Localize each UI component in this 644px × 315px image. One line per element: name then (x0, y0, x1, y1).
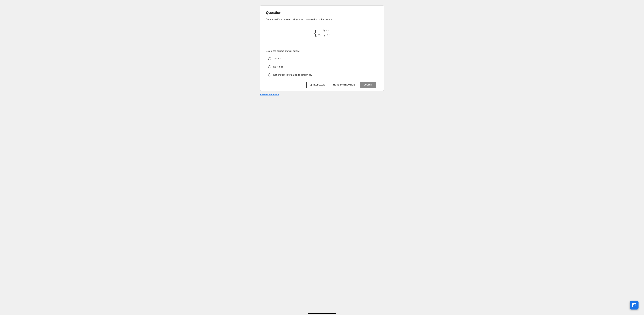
equations: x − 3y ≥ 4 2x − y < 1 (318, 28, 330, 37)
content-attribution[interactable]: Content attribution (260, 94, 384, 96)
question-section: Question Determine if the ordered pair (… (260, 6, 384, 44)
answer-option-b[interactable]: No it isn't. (266, 63, 378, 71)
more-instruction-label: MORE INSTRUCTION (333, 84, 355, 86)
more-instruction-button[interactable]: MORE INSTRUCTION (330, 82, 358, 88)
radio-a[interactable] (268, 57, 271, 60)
feedback-label: FEEDBACK (313, 84, 325, 86)
svg-rect-2 (634, 304, 634, 305)
svg-rect-1 (633, 304, 634, 305)
equation-1: x − 3y ≥ 4 (318, 28, 330, 32)
answer-label-a: Yes it is. (273, 57, 282, 60)
question-text: Determine if the ordered pair (−3, −4) i… (266, 18, 378, 21)
button-row: FEEDBACK MORE INSTRUCTION SUBMIT (266, 79, 378, 91)
question-title: Question (266, 11, 378, 15)
select-prompt: Select the correct answer below: (266, 47, 378, 55)
feedback-button[interactable]: FEEDBACK (306, 82, 328, 88)
answer-option-c[interactable]: Not enough information to determine. (266, 71, 378, 79)
bottom-bar (308, 313, 336, 314)
chat-fab-button[interactable] (630, 301, 638, 309)
answer-label-c: Not enough information to determine. (273, 74, 312, 76)
radio-b[interactable] (268, 65, 271, 68)
answers-section: Select the correct answer below: Yes it … (260, 44, 384, 91)
submit-button[interactable]: SUBMIT (360, 82, 376, 88)
chat-icon (632, 303, 636, 307)
submit-label: SUBMIT (364, 84, 372, 86)
question-card: Question Determine if the ordered pair (… (260, 6, 384, 91)
feedback-icon (310, 84, 312, 86)
answer-option-a[interactable]: Yes it is. (266, 55, 378, 63)
math-display: { x − 3y ≥ 4 2x − y < 1 (266, 25, 378, 39)
main-container: Question Determine if the ordered pair (… (260, 6, 384, 96)
radio-c[interactable] (268, 73, 271, 77)
svg-rect-0 (310, 84, 312, 85)
brace-symbol: { (314, 29, 316, 36)
math-system: { x − 3y ≥ 4 2x − y < 1 (314, 28, 330, 37)
answer-options: Yes it is. No it isn't. Not enough infor… (266, 55, 378, 79)
equation-2: 2x − y < 1 (318, 33, 330, 37)
answer-label-b: No it isn't. (273, 66, 284, 68)
svg-rect-3 (635, 304, 635, 305)
